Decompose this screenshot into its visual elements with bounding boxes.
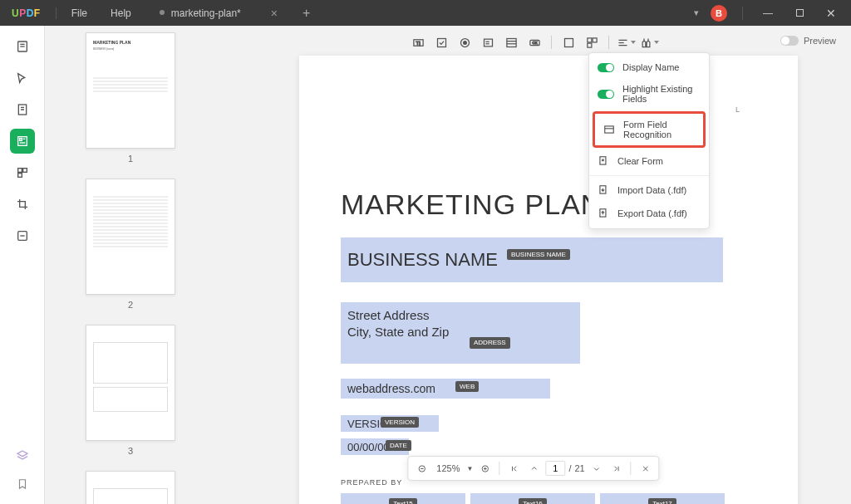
form-field-recognition-item[interactable]: Form Field Recognition <box>595 114 703 145</box>
toggle-on-icon <box>598 90 614 99</box>
svg-rect-28 <box>593 37 597 42</box>
reader-tool-icon[interactable] <box>10 34 35 59</box>
organize-tool-icon[interactable] <box>10 160 35 185</box>
version-field[interactable]: VERSION 0 VERSION <box>341 415 439 432</box>
prev-page-button[interactable] <box>525 460 542 477</box>
thumbnail-number: 1 <box>128 154 133 164</box>
svg-text:OK: OK <box>532 41 537 45</box>
preview-toggle[interactable]: Preview <box>780 36 836 46</box>
page-total: 21 <box>574 463 584 473</box>
button-tool-icon[interactable]: OK <box>523 32 546 52</box>
dropdown-tool-icon[interactable] <box>476 32 499 52</box>
text17-field[interactable]: Text17 <box>600 493 725 504</box>
address-field[interactable]: Street Address City, State and Zip ADDRE… <box>341 302 580 364</box>
close-tab-icon[interactable]: × <box>271 7 278 20</box>
add-tab-button[interactable]: + <box>303 6 310 21</box>
bookmark-icon[interactable] <box>17 477 28 494</box>
help-menu[interactable]: Help <box>99 7 143 19</box>
page-header-text: L <box>735 105 741 114</box>
clear-form-icon <box>598 155 609 167</box>
comment-tool-icon[interactable] <box>10 66 35 91</box>
titlebar: UPDF File Help marketing-plan* × + ▾ B —… <box>0 0 851 26</box>
redact-tool-icon[interactable] <box>10 223 35 248</box>
import-icon <box>598 184 609 196</box>
tab-title: marketing-plan* <box>171 7 241 19</box>
web-field[interactable]: webaddress.com WEB <box>341 379 550 399</box>
image-tool-icon[interactable] <box>580 32 603 52</box>
thumbnail-number: 2 <box>128 300 133 310</box>
date-field[interactable]: 00/00/00 DATE <box>341 438 409 455</box>
page-thumbnail-2[interactable] <box>86 179 175 295</box>
svg-rect-5 <box>19 139 22 141</box>
export-icon <box>598 208 609 219</box>
highlight-fields-toggle[interactable]: Highlight Existing Fields <box>589 78 709 110</box>
document-tab[interactable]: marketing-plan* × <box>151 0 288 26</box>
page-thumbnail-1[interactable]: MARKETING PLAN BUSINESS [name] <box>86 32 175 149</box>
file-menu[interactable]: File <box>60 7 99 19</box>
form-tools-menu-icon[interactable] <box>637 32 661 52</box>
business-name-field[interactable]: BUSINESS NAME BUSINESS NAME <box>341 237 723 282</box>
navigation-bar: 125% ▼ / 21 <box>407 456 659 481</box>
signature-tool-icon[interactable] <box>557 32 580 52</box>
zoom-out-button[interactable] <box>413 460 430 477</box>
toggle-switch-icon[interactable] <box>780 36 799 46</box>
page-thumbnail-3[interactable] <box>86 325 175 441</box>
document-page: L MARKETING PLAN BUSINESS NAME BUSINESS … <box>299 56 798 504</box>
svg-text:T|: T| <box>416 40 421 46</box>
chevron-down-icon[interactable]: ▾ <box>694 7 699 18</box>
svg-rect-15 <box>437 38 445 46</box>
first-page-button[interactable] <box>505 460 522 477</box>
text-field-tool-icon[interactable]: T| <box>406 32 430 52</box>
zoom-level: 125% <box>433 463 463 473</box>
close-window-button[interactable]: ✕ <box>821 7 841 20</box>
field-label: DATE <box>386 440 411 451</box>
field-label: VERSION <box>381 417 419 428</box>
listbox-tool-icon[interactable] <box>499 32 523 52</box>
toggle-on-icon <box>598 63 614 72</box>
form-tool-icon[interactable] <box>10 129 35 154</box>
radio-tool-icon[interactable] <box>453 32 476 52</box>
svg-rect-26 <box>564 38 573 46</box>
text15-field[interactable]: Text15 <box>341 493 465 504</box>
export-data-item[interactable]: Export Data (.fdf) <box>589 202 709 225</box>
svg-rect-29 <box>587 43 591 47</box>
svg-rect-21 <box>506 38 515 46</box>
thumbnail-panel: MARKETING PLAN BUSINESS [name] 1 2 3 <box>45 26 216 504</box>
thumbnail-number: 3 <box>128 446 133 456</box>
next-page-button[interactable] <box>588 460 605 477</box>
maximize-button[interactable] <box>790 7 809 19</box>
page-thumbnail-4[interactable] <box>86 471 175 504</box>
svg-rect-18 <box>484 39 492 46</box>
svg-rect-8 <box>17 169 22 173</box>
svg-point-17 <box>463 41 466 44</box>
text16-field[interactable]: Text16 <box>470 493 595 504</box>
crop-tool-icon[interactable] <box>10 192 35 217</box>
edit-tool-icon[interactable] <box>10 97 35 122</box>
field-label: BUSINESS NAME <box>507 249 570 260</box>
last-page-button[interactable] <box>608 460 625 477</box>
zoom-dropdown-icon[interactable]: ▼ <box>466 465 473 472</box>
import-data-item[interactable]: Import Data (.fdf) <box>589 179 709 202</box>
app-logo: UPDF <box>0 7 52 19</box>
close-bar-button[interactable] <box>637 460 654 477</box>
page-input[interactable] <box>545 461 565 476</box>
display-name-toggle[interactable]: Display Name <box>589 56 709 78</box>
svg-rect-33 <box>605 126 614 133</box>
svg-rect-27 <box>587 37 591 42</box>
svg-rect-9 <box>22 169 27 173</box>
form-recognition-icon <box>603 124 615 135</box>
form-toolbar: T| OK <box>216 32 851 52</box>
svg-rect-10 <box>17 174 22 178</box>
form-tools-dropdown: Display Name Highlight Existing Fields F… <box>588 52 710 229</box>
minimize-button[interactable]: — <box>758 7 778 19</box>
zoom-in-button[interactable] <box>476 460 493 477</box>
align-tool-icon[interactable] <box>614 32 637 52</box>
clear-form-item[interactable]: Clear Form <box>589 149 709 173</box>
field-label: ADDRESS <box>470 337 510 349</box>
document-canvas: T| OK Preview L MARKETING PLAN BUSINESS … <box>216 26 851 504</box>
layers-icon[interactable] <box>16 449 29 466</box>
field-label: WEB <box>455 381 479 392</box>
left-toolbar <box>0 26 45 504</box>
checkbox-tool-icon[interactable] <box>430 32 453 52</box>
user-avatar[interactable]: B <box>711 5 727 22</box>
